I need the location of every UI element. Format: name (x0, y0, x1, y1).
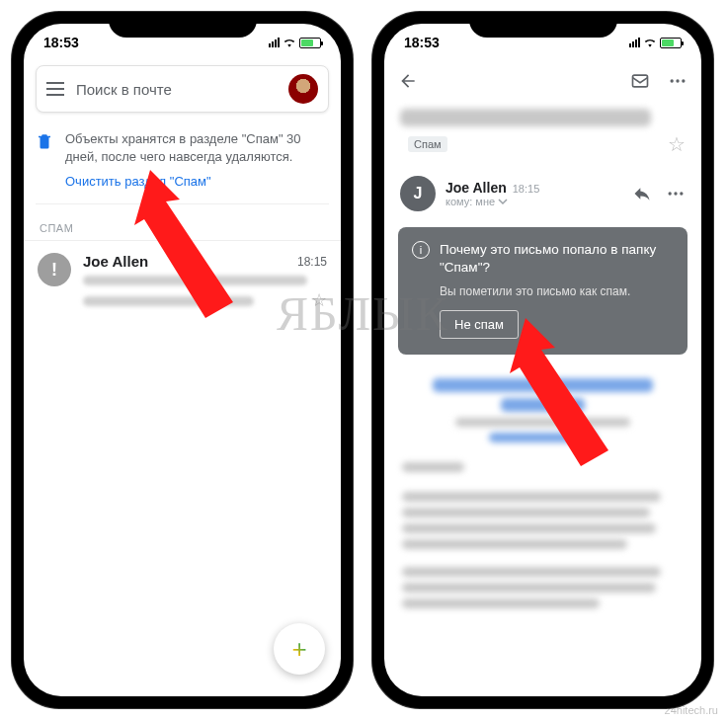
phone-right: 18:53 (372, 12, 713, 708)
svg-point-4 (682, 79, 685, 82)
notch (469, 12, 617, 38)
battery-icon (660, 38, 682, 48)
star-icon[interactable]: ☆ (311, 289, 327, 311)
sender-row: J Joe Allen 18:15 кому: мне (384, 166, 701, 217)
svg-marker-8 (510, 318, 608, 466)
body-blur (402, 583, 656, 593)
signal-icon (629, 38, 640, 47)
svg-rect-1 (633, 75, 648, 87)
trash-icon (36, 132, 53, 190)
svg-marker-0 (134, 170, 233, 318)
chevron-down-icon (498, 197, 508, 206)
search-placeholder: Поиск в почте (76, 81, 277, 98)
wifi-icon (283, 38, 296, 47)
menu-icon[interactable] (46, 82, 64, 96)
search-bar[interactable]: Поиск в почте (36, 65, 329, 113)
body-blur (402, 492, 661, 502)
body-blur (402, 539, 627, 549)
body-blur (402, 523, 656, 533)
label-chip[interactable]: Спам (408, 136, 447, 152)
svg-point-6 (674, 192, 677, 195)
svg-point-3 (676, 79, 679, 82)
status-time: 18:53 (404, 35, 440, 50)
avatar[interactable] (288, 74, 318, 104)
star-icon[interactable]: ☆ (668, 132, 686, 156)
sender-name: Joe Allen (445, 180, 507, 196)
more-icon[interactable] (666, 184, 686, 203)
back-icon[interactable] (398, 71, 418, 91)
svg-point-2 (671, 79, 674, 82)
spam-badge-icon: ! (38, 253, 71, 286)
more-icon[interactable] (668, 71, 688, 91)
signal-icon (269, 38, 280, 47)
reply-icon[interactable] (632, 184, 652, 203)
body-blur (402, 599, 600, 608)
card-title: Почему это письмо попало в папку "Спам"? (440, 241, 674, 277)
plus-icon: + (291, 634, 306, 665)
body-blur (402, 567, 661, 577)
body-blur (402, 508, 650, 518)
archive-icon[interactable] (630, 71, 650, 91)
sender-time: 18:15 (513, 183, 540, 195)
mail-time: 18:15 (297, 255, 327, 269)
to-line[interactable]: кому: мне (445, 196, 622, 207)
subject-blur (400, 109, 651, 126)
compose-button[interactable]: + (274, 623, 325, 675)
battery-icon (299, 38, 321, 48)
phone-left: 18:53 Поиск в почте Объекты хранятся в р… (12, 12, 353, 708)
body-blur (402, 462, 464, 472)
banner-text: Объекты хранятся в разделе "Спам" 30 дне… (65, 130, 329, 166)
svg-point-7 (680, 192, 683, 195)
watermark-small: 24hitech.ru (665, 704, 718, 716)
status-time: 18:53 (43, 35, 79, 50)
toolbar (384, 57, 701, 105)
info-icon: i (412, 241, 430, 259)
card-subtitle: Вы пометили это письмо как спам. (440, 284, 674, 298)
wifi-icon (643, 38, 657, 47)
svg-point-5 (669, 192, 672, 195)
avatar-icon[interactable]: J (400, 176, 436, 211)
notch (109, 12, 257, 38)
